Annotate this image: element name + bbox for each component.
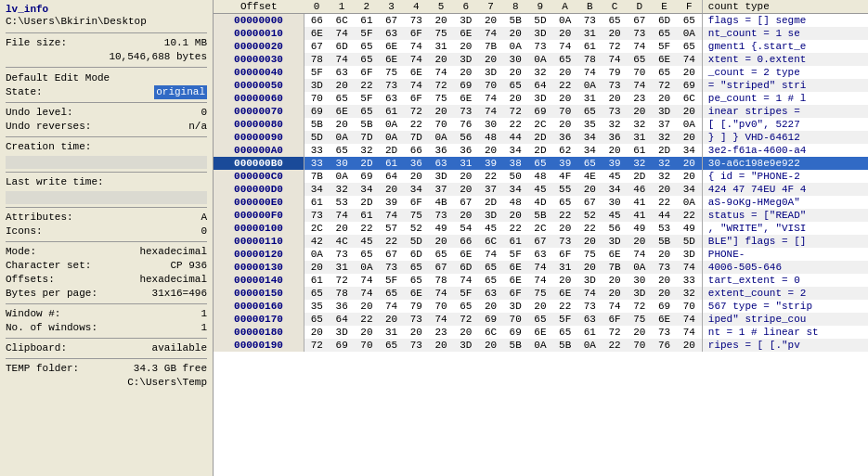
byte-cell[interactable]: 2D <box>355 157 380 170</box>
byte-cell[interactable]: 65 <box>528 157 553 170</box>
byte-cell[interactable]: 5F <box>503 248 528 261</box>
byte-cell[interactable]: 73 <box>627 27 652 40</box>
byte-cell[interactable]: 20 <box>404 326 429 339</box>
byte-cell[interactable]: 65 <box>652 66 677 79</box>
byte-cell[interactable]: 0A <box>577 79 602 92</box>
byte-cell[interactable]: 49 <box>677 222 702 235</box>
table-row[interactable]: 0000013020310A7365676D656E7431207B0A7374… <box>214 261 868 274</box>
byte-cell[interactable]: 5D <box>404 235 429 248</box>
byte-cell[interactable]: 20 <box>627 235 652 248</box>
byte-cell[interactable]: 33 <box>304 157 329 170</box>
byte-cell[interactable]: 49 <box>429 222 454 235</box>
byte-cell[interactable]: 50 <box>503 170 528 183</box>
byte-cell[interactable]: 76 <box>453 118 478 131</box>
byte-cell[interactable]: 74 <box>478 248 503 261</box>
byte-cell[interactable]: 74 <box>330 27 355 40</box>
byte-cell[interactable]: 39 <box>379 196 404 209</box>
byte-cell[interactable]: 2D <box>528 144 553 157</box>
byte-cell[interactable]: 65 <box>602 14 628 28</box>
byte-cell[interactable]: 6F <box>404 196 429 209</box>
byte-cell[interactable]: 6F <box>602 313 628 326</box>
byte-cell[interactable]: 6E <box>379 53 404 66</box>
byte-cell[interactable]: 74 <box>677 326 702 339</box>
byte-cell[interactable]: 20 <box>577 235 602 248</box>
byte-cell[interactable]: 5D <box>304 131 329 144</box>
byte-cell[interactable]: 20 <box>330 222 355 235</box>
byte-cell[interactable]: 39 <box>478 157 503 170</box>
table-row[interactable]: 00000170656422207374726970655F636F756E74… <box>214 313 868 326</box>
byte-cell[interactable]: 32 <box>627 157 652 170</box>
byte-cell[interactable]: 73 <box>404 339 429 352</box>
byte-cell[interactable]: 2C <box>304 222 329 235</box>
table-row[interactable]: 000000F0737461747573203D205B225245414422… <box>214 209 868 222</box>
byte-cell[interactable]: 20 <box>453 66 478 79</box>
byte-cell[interactable]: 65 <box>652 27 677 40</box>
byte-cell[interactable]: 20 <box>677 157 702 170</box>
byte-cell[interactable]: 0A <box>528 53 553 66</box>
byte-cell[interactable]: 3D <box>652 105 677 118</box>
byte-cell[interactable]: 70 <box>503 313 528 326</box>
byte-cell[interactable]: 20 <box>453 209 478 222</box>
byte-cell[interactable]: 32 <box>677 287 702 300</box>
byte-cell[interactable]: 70 <box>355 339 380 352</box>
byte-cell[interactable]: 64 <box>330 313 355 326</box>
byte-cell[interactable]: 74 <box>404 79 429 92</box>
byte-cell[interactable]: 5F <box>652 40 677 53</box>
byte-cell[interactable]: 74 <box>627 248 652 261</box>
byte-cell[interactable]: 20 <box>478 53 503 66</box>
byte-cell[interactable]: 63 <box>528 248 553 261</box>
byte-cell[interactable]: 63 <box>379 27 404 40</box>
byte-cell[interactable]: 3D <box>453 53 478 66</box>
byte-cell[interactable]: 74 <box>429 66 454 79</box>
byte-cell[interactable]: 6E <box>652 313 677 326</box>
byte-cell[interactable]: 20 <box>503 209 528 222</box>
byte-cell[interactable]: 5B <box>652 235 677 248</box>
byte-cell[interactable]: 65 <box>503 79 528 92</box>
byte-cell[interactable]: 34 <box>304 183 329 196</box>
byte-cell[interactable]: 56 <box>453 131 478 144</box>
byte-cell[interactable]: 48 <box>478 131 503 144</box>
byte-cell[interactable]: 34 <box>355 183 380 196</box>
byte-cell[interactable]: 74 <box>577 287 602 300</box>
byte-cell[interactable]: 20 <box>602 287 628 300</box>
table-row[interactable]: 000000805B205B0A22707630222C20353232370A… <box>214 118 868 131</box>
byte-cell[interactable]: 79 <box>602 66 628 79</box>
byte-cell[interactable]: 56 <box>602 222 628 235</box>
byte-cell[interactable]: 6F <box>404 27 429 40</box>
byte-cell[interactable]: 72 <box>503 105 528 118</box>
byte-cell[interactable]: 72 <box>602 326 628 339</box>
byte-cell[interactable]: 20 <box>652 183 677 196</box>
byte-cell[interactable]: 67 <box>453 196 478 209</box>
byte-cell[interactable]: 74 <box>379 209 404 222</box>
byte-cell[interactable]: 20 <box>304 326 329 339</box>
table-row[interactable]: 0000006070655F636F756E74203D20312023206C… <box>214 92 868 105</box>
byte-cell[interactable]: 74 <box>478 92 503 105</box>
byte-cell[interactable]: 73 <box>379 79 404 92</box>
byte-cell[interactable]: 3D <box>577 274 602 287</box>
byte-cell[interactable]: 5F <box>355 27 380 40</box>
byte-cell[interactable]: 31 <box>552 261 577 274</box>
byte-cell[interactable]: 0A <box>379 118 404 131</box>
byte-cell[interactable]: 34 <box>503 183 528 196</box>
byte-cell[interactable]: 2D <box>528 131 553 144</box>
byte-cell[interactable]: 74 <box>552 40 577 53</box>
byte-cell[interactable]: 7B <box>602 261 628 274</box>
byte-cell[interactable]: 65 <box>330 144 355 157</box>
byte-cell[interactable]: 49 <box>627 222 652 235</box>
byte-cell[interactable]: 65 <box>677 14 702 28</box>
byte-cell[interactable]: 0A <box>627 261 652 274</box>
byte-cell[interactable]: 20 <box>355 300 380 313</box>
byte-cell[interactable]: 33 <box>677 274 702 287</box>
byte-cell[interactable]: 7D <box>355 131 380 144</box>
byte-cell[interactable]: 65 <box>355 105 380 118</box>
byte-cell[interactable]: 2D <box>652 144 677 157</box>
table-row[interactable]: 000000503D202273747269706564220A73747269… <box>214 79 868 92</box>
byte-cell[interactable]: 6F <box>355 66 380 79</box>
byte-cell[interactable]: 65 <box>552 53 577 66</box>
byte-cell[interactable]: 63 <box>478 287 503 300</box>
byte-cell[interactable]: 7B <box>478 40 503 53</box>
byte-cell[interactable]: 61 <box>627 144 652 157</box>
byte-cell[interactable]: 74 <box>528 274 553 287</box>
byte-cell[interactable]: 34 <box>577 144 602 157</box>
byte-cell[interactable]: 3D <box>503 300 528 313</box>
